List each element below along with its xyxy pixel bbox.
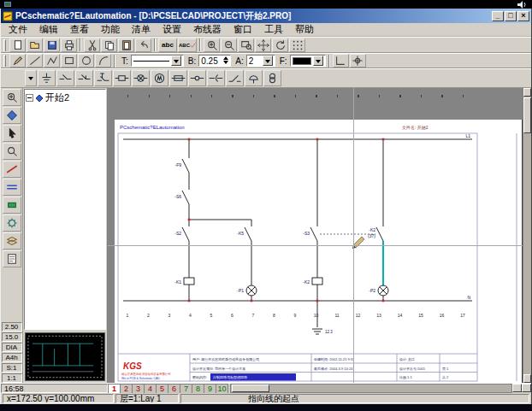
pointer-icon[interactable] (3, 125, 21, 142)
pencil-icon[interactable] (9, 54, 26, 68)
supply-rails[interactable]: L1 N (123, 133, 472, 302)
ortho-mode-icon[interactable] (333, 54, 349, 68)
wire-draw-icon[interactable] (3, 161, 21, 178)
page-tab-8[interactable]: 8 (192, 384, 204, 393)
save-icon[interactable] (44, 38, 60, 52)
coil-icon[interactable] (113, 70, 131, 86)
page-tab-1[interactable]: 1 (108, 384, 121, 393)
gear-icon[interactable] (3, 214, 21, 232)
spellcheck-button[interactable]: ABC (178, 38, 197, 52)
menu-item-edit[interactable]: 编辑 (33, 22, 64, 37)
scroll-right-button[interactable] (522, 384, 531, 392)
undo-icon[interactable] (135, 38, 151, 52)
terminal-icon[interactable] (188, 70, 206, 86)
page-tab-5[interactable]: 5 (156, 384, 168, 393)
menu-item-window[interactable]: 窗口 (228, 22, 258, 37)
snap-mode-icon[interactable] (350, 54, 366, 68)
cable-icon[interactable] (3, 179, 21, 196)
tree-expand-icon[interactable] (26, 94, 33, 102)
line-icon[interactable] (27, 54, 43, 68)
app-icon[interactable] (3, 11, 13, 21)
menu-item-settings[interactable]: 设置 (157, 22, 187, 37)
tree-item-project-root[interactable]: 开始2 (26, 91, 104, 104)
os-app-indicator[interactable] (4, 2, 11, 7)
menu-item-router[interactable]: 布线器 (187, 22, 228, 37)
branch-k2-p2[interactable]: -K2 (37) -P2 (368, 139, 388, 301)
lamp-icon[interactable] (132, 70, 150, 86)
polyline-icon[interactable] (44, 54, 60, 68)
fuse-icon[interactable] (169, 70, 187, 86)
text-tool-button[interactable]: abc (158, 38, 177, 52)
page-tab-2[interactable]: 2 (120, 384, 133, 393)
plug-icon[interactable] (207, 70, 225, 86)
page-tab-7[interactable]: 7 (180, 384, 192, 393)
drawing-canvas[interactable]: PCschematic?ELautomation 文件名: 开始2 L1 N 1… (108, 88, 523, 383)
menu-item-functions[interactable]: 功能 (95, 22, 126, 37)
linewidth-input[interactable]: 0.25 (198, 55, 231, 67)
print-icon[interactable] (61, 38, 77, 52)
menu-item-lists[interactable]: 清单 (126, 22, 157, 37)
notes-icon[interactable] (3, 250, 21, 267)
paste-icon[interactable] (118, 38, 134, 52)
menu-item-help[interactable]: 帮助 (289, 22, 320, 37)
horizontal-scroll-thumb[interactable] (232, 385, 269, 392)
color-dropdown-button[interactable] (313, 56, 323, 66)
magnifier-icon[interactable] (3, 143, 21, 160)
color-select[interactable] (290, 55, 326, 67)
new-file-icon[interactable] (9, 38, 26, 52)
schematic-drawing[interactable]: PCschematic?ELautomation 文件名: 开始2 L1 N 1… (115, 120, 522, 383)
scroll-down-button[interactable] (523, 374, 531, 383)
horizontal-scroll-track[interactable] (230, 384, 512, 393)
cut-icon[interactable] (84, 38, 100, 52)
symbol-menu-button[interactable] (25, 70, 37, 86)
layer-dropdown-button[interactable] (263, 56, 273, 66)
zoom-in-icon[interactable] (204, 38, 220, 52)
symbol-browser-icon[interactable] (3, 107, 21, 124)
linetype-dropdown-button[interactable] (171, 56, 181, 66)
minimize-button[interactable]: _ (492, 11, 504, 21)
circle-icon[interactable] (78, 54, 94, 68)
linetype-select[interactable] (131, 55, 184, 67)
pan-icon[interactable] (255, 38, 271, 52)
no-contact-icon[interactable] (56, 70, 74, 86)
rectangle-icon[interactable] (61, 54, 77, 68)
bell-icon[interactable] (245, 70, 263, 86)
page-tab-3[interactable]: 3 (132, 384, 145, 393)
pushbutton-icon[interactable] (94, 70, 112, 86)
page-tab-10[interactable]: 10 (216, 384, 228, 393)
toolbar-handle[interactable] (3, 55, 6, 67)
layer-select[interactable]: 2 (246, 55, 275, 67)
page-tab-9[interactable]: 9 (204, 384, 216, 393)
switch-icon[interactable] (226, 70, 244, 86)
zoom-window-icon[interactable] (238, 38, 254, 52)
menu-item-file[interactable]: 文件 (3, 22, 33, 37)
vertical-scrollbar[interactable] (523, 88, 531, 383)
page-tab-4[interactable]: 4 (144, 384, 157, 393)
zoom-page-icon[interactable] (3, 89, 21, 106)
branch-s3-k2[interactable]: -S3 -K2 12.3 (303, 139, 375, 334)
toolbar-handle[interactable] (3, 39, 6, 51)
grid-icon[interactable] (289, 38, 305, 52)
earth-symbol-icon[interactable] (38, 70, 56, 86)
layers-icon[interactable] (3, 232, 21, 250)
branch-k5-p1[interactable]: -K5 -P1 (189, 220, 257, 301)
menu-item-tools[interactable]: 工具 (258, 22, 289, 37)
close-button[interactable]: × (517, 11, 529, 21)
copy-icon[interactable] (101, 38, 117, 52)
scroll-up-button[interactable] (523, 88, 531, 97)
volume-icon[interactable] (517, 1, 528, 9)
open-folder-icon[interactable] (27, 38, 43, 52)
vertical-scroll-track[interactable] (523, 97, 531, 374)
schematic-page[interactable]: PCschematic?ELautomation 文件名: 开始2 L1 N 1… (115, 120, 522, 383)
vertical-scroll-thumb[interactable] (523, 97, 531, 133)
project-tree[interactable]: 开始2 (24, 89, 106, 330)
linewidth-spinner[interactable] (223, 56, 228, 67)
page-tab-6[interactable]: 6 (168, 384, 180, 393)
maximize-button[interactable]: □ (505, 11, 517, 21)
horizontal-scrollbar[interactable] (230, 384, 531, 393)
menu-item-view[interactable]: 查看 (64, 22, 95, 37)
component-icon[interactable] (3, 197, 21, 214)
motor-icon[interactable] (151, 70, 168, 86)
nc-contact-icon[interactable] (75, 70, 93, 86)
redraw-icon[interactable] (272, 38, 288, 52)
